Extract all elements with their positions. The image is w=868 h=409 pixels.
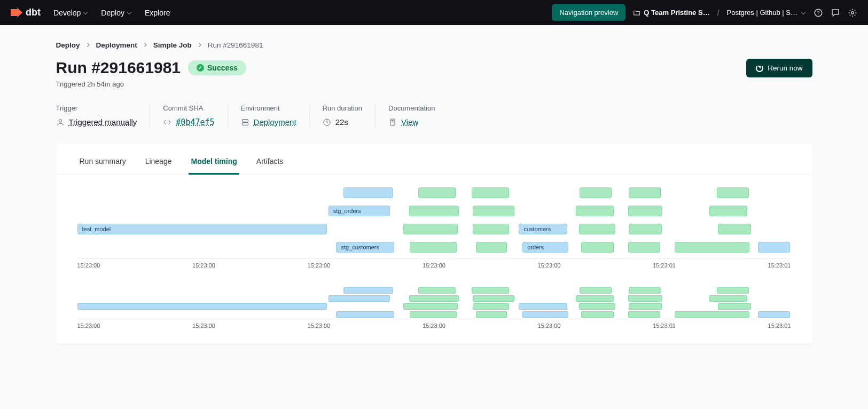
mini-bar: [579, 303, 615, 310]
mini-bar: [629, 287, 661, 294]
server-icon: [241, 118, 249, 127]
meta-duration-value: 22s: [335, 117, 348, 127]
chevron-right-icon: [197, 41, 202, 49]
meta-trigger: Trigger Triggered manually: [56, 104, 151, 127]
axis-tick: 15:23:00: [423, 262, 445, 269]
tabs: Run summary Lineage Model timing Artifac…: [56, 143, 812, 175]
gantt-bar[interactable]: [709, 206, 747, 216]
clock-icon: [323, 118, 331, 127]
gantt-bar[interactable]: [717, 187, 749, 198]
gantt-bar[interactable]: [476, 242, 506, 253]
nav-deploy-label: Deploy: [101, 9, 124, 17]
axis-tick: 15:23:00: [538, 262, 561, 269]
gantt-bar[interactable]: [409, 206, 459, 216]
gantt-bar-test_model[interactable]: test_model: [77, 224, 327, 234]
gantt-track: [77, 184, 791, 202]
axis-tick: 15:23:00: [192, 262, 215, 269]
timeline: stg_orderstest_modelcustomersstg_custome…: [56, 184, 812, 329]
gantt-bar[interactable]: [581, 242, 614, 253]
gantt-bar-customers[interactable]: customers: [519, 224, 567, 234]
gantt-bar[interactable]: [629, 224, 661, 234]
chat-icon[interactable]: [831, 8, 840, 18]
gantt-bar-stg_orders[interactable]: stg_orders: [329, 206, 390, 216]
mini-bar: [519, 303, 567, 310]
gantt-bar[interactable]: [472, 187, 509, 198]
crumb-deploy[interactable]: Deploy: [56, 41, 80, 49]
meta-commit-label: Commit SHA: [163, 104, 214, 112]
mini-gantt[interactable]: 15:23:0015:23:0015:23:0015:23:0015:23:00…: [77, 287, 791, 329]
navigation-preview-button[interactable]: Navigation preview: [552, 4, 625, 21]
mini-bar: [403, 303, 458, 310]
gantt-bar[interactable]: [410, 242, 457, 253]
gantt-bar[interactable]: [580, 187, 612, 198]
mini-bar: [418, 287, 455, 294]
nav-deploy[interactable]: Deploy: [101, 9, 132, 17]
meta-env-label: Environment: [241, 104, 296, 112]
axis-tick: 15:23:01: [653, 262, 676, 269]
project-selector[interactable]: Q Team Pristine S…: [633, 9, 709, 17]
gantt-bar[interactable]: [576, 206, 614, 216]
mini-bar: [409, 295, 459, 302]
env-name: Postgres | Github | S…: [727, 9, 797, 17]
chevron-down-icon: [127, 10, 132, 15]
page: Deploy Deployment Simple Job Run #291661…: [15, 25, 853, 344]
meta-row: Trigger Triggered manually Commit SHA #0…: [26, 88, 842, 138]
chevron-right-icon: [85, 41, 91, 49]
gantt-bar[interactable]: [403, 224, 458, 234]
mini-bar: [709, 295, 747, 302]
run-detail-card: Run summary Lineage Model timing Artifac…: [56, 143, 812, 344]
gantt-bar[interactable]: [473, 206, 515, 216]
nav-develop[interactable]: Develop: [53, 9, 88, 17]
meta-env-value[interactable]: Deployment: [254, 117, 296, 127]
mini-bar: [576, 295, 614, 302]
crumb-job[interactable]: Simple Job: [153, 41, 192, 49]
axis-mini: 15:23:0015:23:0015:23:0015:23:0015:23:00…: [77, 319, 791, 329]
meta-env: Environment Deployment: [228, 104, 310, 127]
tab-model-timing[interactable]: Model timing: [189, 153, 239, 175]
mini-bar: [718, 303, 750, 310]
nav-explore[interactable]: Explore: [145, 9, 170, 17]
meta-docs-value[interactable]: View: [401, 117, 418, 127]
mini-bar: [473, 303, 509, 310]
help-icon[interactable]: ?: [814, 8, 823, 18]
gantt-bar[interactable]: [473, 224, 509, 234]
crumb-deployment[interactable]: Deployment: [96, 41, 137, 49]
gantt-bar[interactable]: [718, 224, 750, 234]
gantt-bar[interactable]: [628, 206, 662, 216]
project-name: Q Team Pristine S…: [644, 9, 709, 17]
svg-rect-4: [242, 119, 248, 122]
tab-artifacts[interactable]: Artifacts: [254, 153, 286, 175]
gantt-bar[interactable]: [629, 187, 661, 198]
gantt-track: stg_customersorders: [77, 238, 791, 256]
page-title: Run #291661981: [56, 59, 181, 77]
breadcrumb: Deploy Deployment Simple Job Run #291661…: [26, 25, 842, 59]
gantt-bar-orders[interactable]: orders: [522, 242, 568, 253]
gantt-bar[interactable]: [579, 224, 615, 234]
mini-bar: [329, 295, 390, 302]
meta-commit-value[interactable]: #0b47ef5: [176, 117, 214, 127]
mini-track: [77, 287, 791, 295]
main-gantt[interactable]: stg_orderstest_modelcustomersstg_custome…: [77, 184, 791, 258]
gantt-bar[interactable]: [418, 187, 455, 198]
tab-lineage[interactable]: Lineage: [143, 153, 174, 175]
crumb-current: Run #291661981: [208, 41, 263, 49]
gear-icon[interactable]: [848, 8, 857, 18]
axis-tick: 15:23:00: [192, 323, 215, 329]
separator: /: [717, 9, 720, 17]
gantt-bar-stg_customers[interactable]: stg_customers: [336, 242, 394, 253]
status-text: Success: [207, 64, 238, 72]
env-selector[interactable]: Postgres | Github | S…: [727, 9, 806, 17]
logo[interactable]: dbt: [11, 7, 41, 19]
gantt-bar[interactable]: [675, 242, 749, 253]
gantt-bar[interactable]: [628, 242, 660, 253]
mini-bar: [77, 303, 327, 310]
rerun-button[interactable]: Rerun now: [746, 59, 812, 77]
gantt-bar[interactable]: [758, 242, 790, 253]
mini-bar: [629, 303, 661, 310]
tab-run-summary[interactable]: Run summary: [77, 153, 128, 175]
gantt-bar[interactable]: [343, 187, 394, 198]
axis-tick: 15:23:01: [768, 323, 791, 329]
triggered-ago: Triggered 2h 54m ago: [56, 80, 246, 88]
nav-right: Navigation preview Q Team Pristine S… / …: [552, 4, 857, 21]
brand-text: dbt: [26, 7, 41, 18]
